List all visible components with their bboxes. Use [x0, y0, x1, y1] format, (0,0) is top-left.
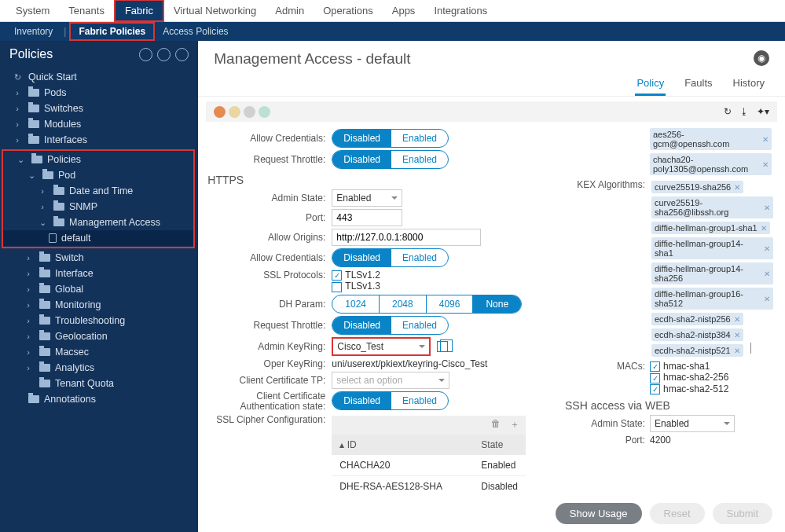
hmac-sha2-256-checkbox[interactable] — [650, 373, 660, 383]
health-minor-icon[interactable] — [244, 106, 255, 118]
sidebar-tool-1-icon[interactable] — [139, 48, 152, 61]
kex-chip[interactable]: diffie-hellman-group14-sha256✕ — [651, 262, 773, 284]
kex-chip[interactable]: diffie-hellman-group1-sha1✕ — [651, 222, 770, 234]
tlsv12-checkbox[interactable] — [332, 270, 342, 281]
refresh-icon[interactable]: ↻ — [724, 106, 732, 117]
folder-icon — [39, 270, 50, 277]
remove-chip-icon[interactable]: ✕ — [764, 295, 770, 303]
hmac-sha2-512-checkbox[interactable] — [650, 384, 660, 394]
tree-management-access[interactable]: ⌄Management Access — [3, 215, 193, 230]
tree-switch[interactable]: ›Switch — [0, 250, 198, 266]
remove-chip-icon[interactable]: ✕ — [762, 135, 768, 144]
tree-geolocation[interactable]: ›Geolocation — [0, 328, 198, 344]
kex-chip[interactable]: ecdh-sha2-nistp256✕ — [651, 313, 743, 325]
tree-global[interactable]: ›Global — [0, 281, 198, 297]
open-link-icon[interactable] — [437, 341, 448, 352]
download-icon[interactable]: ⭳ — [739, 106, 749, 117]
delete-icon[interactable]: 🗑 — [491, 418, 501, 431]
add-icon[interactable]: ＋ — [510, 418, 519, 431]
cipher-chip[interactable]: aes256-gcm@openssh.com✕ — [650, 128, 772, 150]
tree-pod[interactable]: ⌄Pod — [3, 167, 193, 183]
allow-credentials-toggle[interactable]: DisabledEnabled — [332, 129, 449, 148]
nav-integrations[interactable]: Integrations — [424, 1, 497, 20]
kex-chip[interactable]: diffie-hellman-group16-sha512✕ — [651, 288, 773, 310]
admin-keyring-select[interactable]: Cisco_Test — [333, 339, 429, 354]
tree-default[interactable]: default — [3, 230, 193, 246]
hmac-sha1-checkbox[interactable] — [650, 361, 660, 372]
allow-credentials2-toggle[interactable]: DisabledEnabled — [332, 248, 449, 267]
request-throttle-toggle[interactable]: DisabledEnabled — [332, 150, 449, 169]
request-throttle-label: Request Throttle: — [206, 154, 332, 165]
folder-icon — [53, 203, 64, 211]
tree-snmp[interactable]: ›SNMP — [3, 199, 193, 215]
cipher-chip[interactable]: chacha20-poly1305@openssh.com✕ — [650, 153, 772, 175]
nav-tenants[interactable]: Tenants — [59, 1, 114, 20]
admin-keyring-label: Admin KeyRing: — [206, 341, 332, 352]
tree-pods[interactable]: ›Pods — [0, 85, 198, 101]
submit-button[interactable]: Submit — [713, 503, 772, 524]
remove-chip-icon[interactable]: ✕ — [734, 315, 740, 324]
remove-chip-icon[interactable]: ✕ — [764, 204, 770, 212]
nav-operations[interactable]: Operations — [314, 1, 383, 20]
chevron-right-icon: › — [22, 363, 35, 372]
tree-tenant-quota[interactable]: Tenant Quota — [0, 376, 198, 391]
tree-modules[interactable]: ›Modules — [0, 116, 198, 132]
client-cert-tp-select[interactable]: select an option — [332, 372, 449, 389]
tab-policy[interactable]: Policy — [635, 72, 666, 96]
tree-analytics[interactable]: ›Analytics — [0, 360, 198, 376]
chevron-right-icon: › — [22, 284, 35, 294]
admin-state-select[interactable]: Enabled — [332, 189, 402, 207]
subnav-access-policies[interactable]: Access Policies — [155, 24, 236, 39]
sidebar-tool-2-icon[interactable] — [157, 48, 171, 61]
dh-param-segment[interactable]: 102420484096None — [332, 295, 522, 314]
reset-button[interactable]: Reset — [650, 503, 705, 524]
kex-chip[interactable]: curve25519-sha256✕ — [651, 181, 743, 193]
ssh-admin-state-select[interactable]: Enabled — [650, 415, 735, 432]
tree-date-and-time[interactable]: ›Date and Time — [3, 183, 193, 199]
tree-quick-start[interactable]: ↻ Quick Start — [0, 69, 198, 85]
port-input[interactable] — [332, 209, 402, 226]
folder-icon — [39, 301, 50, 309]
kex-chip[interactable]: diffie-hellman-group14-sha1✕ — [651, 237, 773, 259]
nav-apps[interactable]: Apps — [383, 1, 425, 20]
nav-fabric[interactable]: Fabric — [114, 0, 164, 22]
subnav-inventory[interactable]: Inventory — [6, 24, 61, 39]
tree-interface[interactable]: ›Interface — [0, 266, 198, 281]
table-row[interactable]: DHE-RSA-AES128-SHADisabled — [332, 476, 526, 495]
bookmark-icon[interactable]: ◉ — [754, 50, 769, 66]
request-throttle2-toggle[interactable]: DisabledEnabled — [332, 316, 449, 335]
tab-faults[interactable]: Faults — [683, 72, 713, 96]
remove-chip-icon[interactable]: ✕ — [764, 270, 770, 278]
remove-chip-icon[interactable]: ✕ — [764, 244, 770, 253]
nav-system[interactable]: System — [6, 1, 59, 20]
tab-history[interactable]: History — [732, 72, 766, 96]
tools-icon[interactable]: ✦▾ — [757, 106, 769, 117]
tree-interfaces[interactable]: ›Interfaces — [0, 132, 198, 148]
tree-policies[interactable]: ⌄Policies — [3, 152, 193, 167]
allow-origins-input[interactable] — [332, 229, 481, 246]
nav-virtual-networking[interactable]: Virtual Networking — [164, 1, 266, 20]
subnav-fabric-policies[interactable]: Fabric Policies — [69, 22, 155, 41]
tree-switches[interactable]: ›Switches — [0, 101, 198, 116]
remove-chip-icon[interactable]: ✕ — [734, 183, 740, 192]
tree-monitoring[interactable]: ›Monitoring — [0, 297, 198, 313]
remove-chip-icon[interactable]: ✕ — [734, 331, 740, 339]
health-major-icon[interactable] — [229, 106, 240, 118]
tree-macsec[interactable]: ›Macsec — [0, 344, 198, 360]
client-cert-auth-toggle[interactable]: DisabledEnabled — [332, 391, 449, 410]
kex-chip[interactable]: ecdh-sha2-nistp521✕ — [651, 344, 743, 357]
show-usage-button[interactable]: Show Usage — [556, 503, 642, 524]
health-critical-icon[interactable] — [214, 106, 226, 118]
nav-admin[interactable]: Admin — [266, 1, 314, 20]
remove-chip-icon[interactable]: ✕ — [762, 160, 768, 169]
table-row[interactable]: CHACHA20Enabled — [332, 455, 526, 476]
remove-chip-icon[interactable]: ✕ — [761, 224, 767, 233]
kex-chip[interactable]: curve25519-sha256@libssh.org✕ — [651, 196, 773, 218]
tree-annotations[interactable]: Annotations — [0, 391, 198, 407]
kex-chip[interactable]: ecdh-sha2-nistp384✕ — [651, 328, 743, 341]
sidebar-tool-3-icon[interactable] — [175, 48, 189, 61]
health-warning-icon[interactable] — [259, 106, 270, 118]
tlsv13-checkbox[interactable] — [332, 282, 342, 292]
tree-troubleshooting[interactable]: ›Troubleshooting — [0, 313, 198, 328]
remove-chip-icon[interactable]: ✕ — [734, 347, 740, 355]
